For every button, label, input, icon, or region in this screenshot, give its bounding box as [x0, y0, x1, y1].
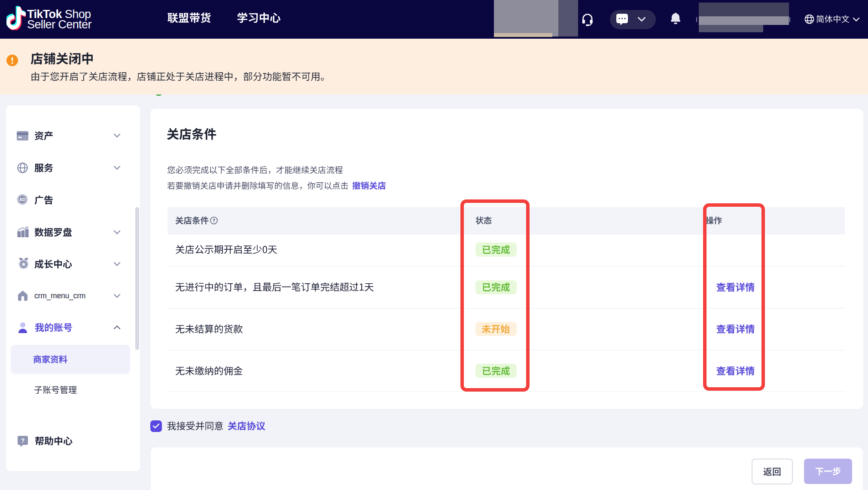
svg-text:?: ? — [213, 218, 215, 223]
svg-text:AD: AD — [19, 197, 25, 202]
svg-text:?: ? — [21, 437, 25, 444]
